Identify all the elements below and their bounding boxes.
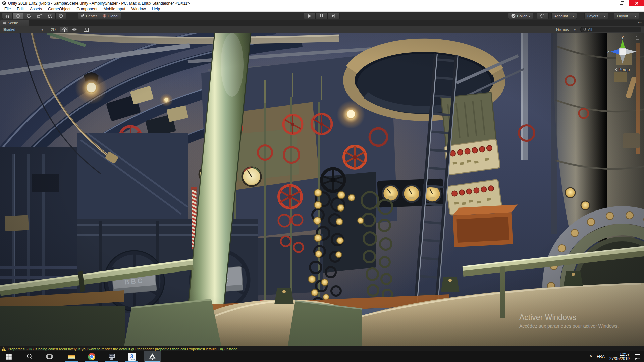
tab-scene[interactable]: Scene (0, 20, 29, 26)
task-view-icon (46, 354, 53, 360)
gizmo-cube[interactable] (619, 48, 626, 55)
minimize-button[interactable] (599, 0, 614, 6)
language-indicator[interactable]: FRA (597, 354, 605, 359)
system-tray: ^ FRA 12:57 27/05/2019 (590, 351, 644, 362)
menu-gameobject[interactable]: GameObject (45, 7, 73, 11)
unity-icon (149, 353, 156, 360)
axis-down-cone[interactable] (620, 55, 625, 64)
axis-z-label: z (607, 49, 609, 54)
speaker-icon (72, 27, 77, 32)
rotate-tool-button[interactable] (23, 13, 34, 19)
taskbar-clock[interactable]: 12:57 27/05/2019 (609, 352, 630, 361)
warning-icon (1, 347, 6, 351)
play-icon (308, 14, 312, 18)
rect-tool-icon (48, 13, 53, 18)
menu-window[interactable]: Window (128, 7, 149, 11)
photos-app-icon (108, 353, 115, 360)
unity-taskbar-button[interactable] (144, 351, 161, 362)
transform-tool-button[interactable] (56, 13, 66, 19)
start-button[interactable] (1, 351, 16, 362)
orientation-gizmo-axes: y z (605, 34, 640, 66)
scene-viewport[interactable]: BBC BBC (0, 33, 644, 346)
collab-group: Collab (508, 13, 533, 19)
3dsmax-icon: 3 MAX (128, 353, 136, 361)
gizmos-caret (574, 27, 576, 32)
menu-edit[interactable]: Edit (14, 7, 27, 11)
projection-chevron-icon (615, 68, 618, 71)
clock-date: 27/05/2019 (609, 357, 630, 361)
search-icon (26, 353, 33, 360)
maximize-button[interactable] (614, 0, 629, 6)
account-group: Account (551, 13, 577, 19)
scene-search-input[interactable]: All (580, 27, 641, 32)
step-icon (331, 14, 336, 18)
pause-icon (320, 14, 323, 18)
window-title: Unity 2018.1.0f2 (64bit) - SampleScene.u… (8, 1, 190, 6)
view-tabstrip: Scene ▾≡ (0, 20, 644, 26)
console-status-bar[interactable]: PropertiesGUI() is being called recursiv… (0, 346, 644, 351)
menu-help[interactable]: Help (149, 7, 163, 11)
layout-caret (635, 14, 636, 18)
menu-component[interactable]: Component (73, 7, 100, 11)
layers-caret (604, 14, 605, 18)
pivot-space-group: Center Global (78, 13, 121, 19)
minimize-icon (605, 3, 608, 3)
menu-assets[interactable]: Assets (27, 7, 45, 11)
file-explorer-button[interactable] (64, 351, 79, 362)
tab-options-icon[interactable]: ▾≡ (638, 21, 642, 24)
account-dropdown[interactable]: Account (551, 13, 577, 19)
step-button[interactable] (328, 13, 340, 19)
grid-icon (3, 21, 6, 25)
effects-dropdown-button[interactable] (80, 27, 92, 32)
menu-file[interactable]: File (1, 7, 14, 11)
taskbar-search-button[interactable] (22, 351, 37, 362)
pivot-mode-button[interactable]: Center (78, 13, 100, 19)
transform-combined-icon (58, 13, 63, 18)
layers-dropdown[interactable]: Layers (584, 13, 608, 19)
2d-toggle-button[interactable]: 2D (49, 27, 58, 32)
rect-tool-button[interactable] (45, 13, 56, 19)
pause-button[interactable] (316, 13, 328, 19)
lighting-toggle-button[interactable] (60, 27, 68, 32)
scene-control-bar: Shaded 2D Gizmos All (0, 26, 644, 33)
tray-expand-chevron[interactable]: ^ (590, 354, 592, 359)
restore-icon (620, 2, 623, 5)
notification-center-icon[interactable] (634, 354, 641, 360)
gizmos-dropdown[interactable]: Gizmos (554, 27, 578, 32)
hand-tool-button[interactable] (2, 13, 13, 19)
draw-mode-caret (41, 27, 43, 32)
draw-mode-dropdown[interactable]: Shaded (1, 27, 45, 32)
lock-icon[interactable] (636, 35, 639, 40)
close-icon (635, 1, 638, 5)
cloud-icon (540, 14, 545, 18)
transform-tools-group (2, 13, 66, 19)
axis-z-cone[interactable] (610, 49, 620, 55)
layout-group: Layout (614, 13, 639, 19)
menu-bar: File Edit Assets GameObject Component Mo… (0, 6, 644, 12)
cloud-button[interactable] (537, 13, 549, 19)
windows-logo-icon (6, 354, 12, 360)
axis-x-cone[interactable] (626, 49, 637, 54)
task-view-button[interactable] (42, 351, 57, 362)
collab-button[interactable]: Collab (508, 13, 533, 19)
playmode-group (304, 13, 340, 19)
play-button[interactable] (304, 13, 316, 19)
audio-toggle-button[interactable] (70, 27, 78, 32)
projection-label[interactable]: Persp (605, 67, 640, 72)
space-mode-button[interactable]: Global (100, 13, 121, 19)
window-titlebar: Unity 2018.1.0f2 (64bit) - SampleScene.u… (0, 0, 644, 6)
menu-mobile-input[interactable]: Mobile Input (100, 7, 128, 11)
3dsmax-button[interactable]: 3 MAX (124, 351, 139, 362)
vignette (0, 33, 644, 346)
unity-toolbar: Center Global Collab Account (0, 12, 644, 20)
collab-caret (529, 14, 530, 18)
close-button[interactable] (629, 0, 644, 6)
photos-app-button[interactable] (104, 351, 119, 362)
effects-image-icon (84, 28, 89, 32)
windows-taskbar: 3 MAX ^ FRA 12:57 27/05/2019 (0, 351, 644, 362)
move-tool-button[interactable] (13, 13, 23, 19)
chrome-button[interactable] (84, 351, 99, 362)
scale-icon (37, 13, 42, 18)
layout-dropdown[interactable]: Layout (614, 13, 639, 19)
scale-tool-button[interactable] (34, 13, 45, 19)
